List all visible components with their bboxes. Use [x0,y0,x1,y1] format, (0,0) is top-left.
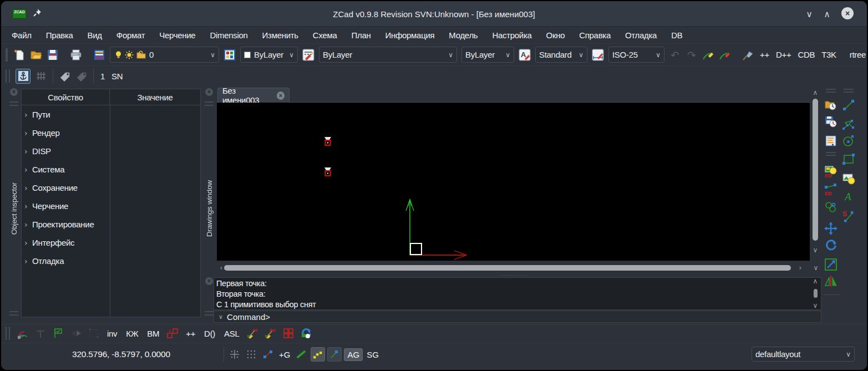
expander-icon[interactable]: › [24,129,32,138]
scroll-right-icon[interactable]: › [795,264,805,272]
horizontal-scroll-thumb[interactable] [224,265,791,271]
canvas-vertical-scrollbar[interactable]: ∧ ∨ [810,89,820,261]
anchor-snap-button[interactable] [16,69,31,84]
spline-tool-icon[interactable]: S [842,210,855,223]
menu-settings[interactable]: Настройка [485,29,539,42]
rotate-icon[interactable] [824,238,837,252]
scroll-up-icon[interactable]: ∧ [810,89,820,96]
close-icon[interactable]: × [205,88,213,96]
t3k-button[interactable]: T3K [818,49,840,60]
textstyle-select[interactable]: Standard ∨ [535,47,587,63]
tag-icon[interactable] [58,69,72,83]
dimstyle-select[interactable]: ISO-25 ∨ [608,47,664,63]
collide-arrows-icon[interactable] [70,327,82,339]
command-prompt[interactable]: ∨ Command> [214,311,821,323]
grid-display-icon[interactable] [244,347,258,362]
redo-icon[interactable]: ↷ [685,48,698,62]
tag-disabled-icon[interactable] [75,69,88,83]
wires-icon[interactable] [17,327,29,339]
menu-plan[interactable]: План [344,29,378,42]
command-history[interactable]: Первая точка: Вторая точка: С 1 примитив… [214,277,821,310]
tree-row-render[interactable]: ›Рендер [22,124,200,142]
toolbar-grip[interactable] [6,48,8,62]
clear-all-broom-icon[interactable]: AllM [247,327,259,339]
menu-help[interactable]: Справка [572,29,618,42]
close-button[interactable]: × [841,7,854,19]
explode-icon[interactable] [824,201,837,214]
dimension-style-icon[interactable] [591,48,605,62]
expander-icon[interactable]: › [24,220,32,229]
mirror-icon[interactable] [824,275,837,288]
tree-row-saving[interactable]: ›Сохранение [22,179,200,197]
menu-schema[interactable]: Схема [306,29,344,42]
tree-row-design[interactable]: ›Проектирование [22,215,200,233]
save-backup-icon[interactable] [824,115,837,129]
expander-icon[interactable]: › [24,202,32,211]
layout-select[interactable]: defaultlayout ∨ [752,347,855,362]
line-tool-icon[interactable] [842,99,855,112]
layers-icon[interactable] [93,48,106,62]
menu-debug[interactable]: Отладка [618,29,664,42]
toolbar-grip[interactable] [826,89,836,93]
ag-toggle-button[interactable]: AG [344,348,363,361]
block-edit-line-icon[interactable]: ED [824,183,837,196]
grid-blocks-icon[interactable] [282,327,295,339]
object-snap-icon[interactable] [261,347,275,362]
command-splitter[interactable]: ·········· [216,273,810,277]
menu-dimension[interactable]: Dimension [202,29,255,42]
tree-row-debug[interactable]: ›Отладка [22,252,200,270]
circle-tool-icon[interactable] [842,134,855,148]
drawing-symbol[interactable] [324,167,331,176]
plus-plus-button[interactable]: ++ [757,49,773,60]
polyline-edit-icon[interactable] [702,48,715,62]
color-select[interactable]: ByLayer ∨ [240,47,298,63]
dock-grip[interactable] [9,101,18,106]
polyline-edit-red-icon[interactable] [718,48,732,62]
menu-format[interactable]: Формат [109,29,152,42]
tree-row-disp[interactable]: ›DISP [22,142,200,160]
snap-count-button[interactable]: 1 [97,70,108,82]
menu-db[interactable]: DB [664,29,689,42]
maximize-button[interactable]: ∧ [820,7,834,21]
scroll-down-icon[interactable]: ∨ [811,302,820,309]
d-plus-plus-button[interactable]: D++ [773,49,794,60]
plus-g-toggle[interactable]: +G [277,350,292,359]
insert-image-icon[interactable] [842,172,855,185]
command-dock-close-icon[interactable]: × [205,277,213,285]
menu-model[interactable]: Модель [441,29,485,42]
grid-snap-icon[interactable] [227,347,242,362]
menu-information[interactable]: Информация [378,29,442,42]
expander-icon[interactable]: › [24,165,32,174]
fence-icon[interactable] [34,69,48,83]
expander-icon[interactable]: › [24,147,32,156]
dock-grip[interactable] [9,311,18,316]
clear-selected-broom-icon[interactable]: SelM [265,327,277,339]
menu-file[interactable]: Файл [4,29,39,42]
linetype-style-icon[interactable] [302,48,315,62]
drawing-tab[interactable]: Без имени003 × [217,88,290,103]
s-blocks-icon[interactable]: s [166,327,179,339]
tree-row-drafting[interactable]: ›Черчение [22,197,200,215]
linetype-select[interactable]: ByLayer ∨ [319,47,457,63]
inv-button[interactable]: inv [103,328,121,339]
drawing-symbol[interactable] [324,137,331,145]
sn-button[interactable]: SN [108,70,126,82]
dock-grip[interactable] [205,101,214,106]
kzh-button[interactable]: КЖ [122,328,142,339]
text-tool-icon[interactable]: A [842,190,855,203]
layer-select[interactable]: 0 ∨ [110,47,219,63]
menu-edit[interactable]: Правка [39,29,80,42]
toolbar-grip[interactable] [826,152,836,156]
document-props-icon[interactable] [824,134,837,148]
tree-row-system[interactable]: ›Система [22,160,200,179]
toolbar-grip[interactable] [844,89,854,93]
flag-check-icon[interactable] [52,327,64,339]
dock-grip[interactable] [205,311,214,316]
command-scroll-thumb[interactable] [814,289,818,298]
ortho-mode-icon[interactable] [294,347,308,362]
menu-view[interactable]: Вид [80,29,109,42]
polyline-tool-icon[interactable] [842,118,855,131]
rectangle-tool-icon[interactable] [842,153,855,166]
rotate-block-icon[interactable] [300,327,312,339]
print-icon[interactable] [69,48,83,62]
